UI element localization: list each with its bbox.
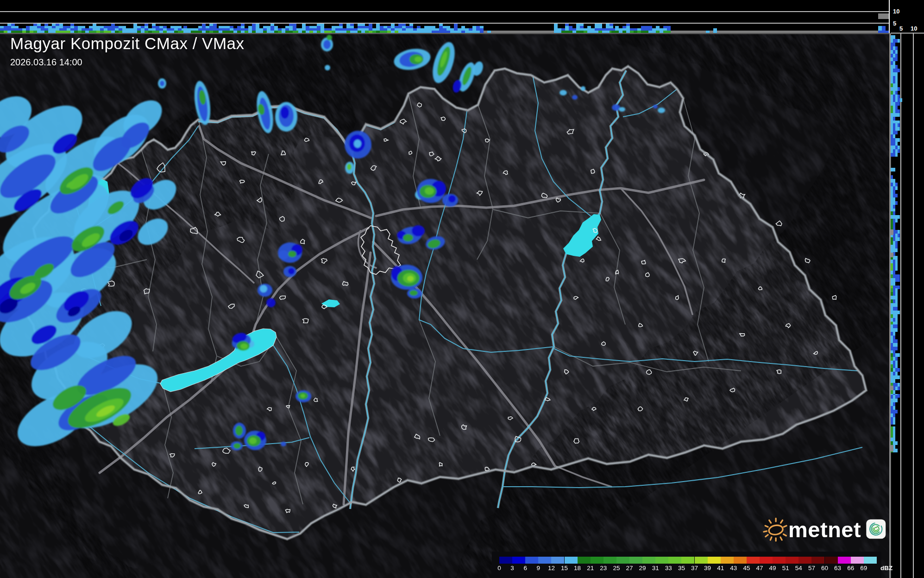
top-height-axis-label: 5 — [893, 20, 896, 27]
legend-tick-label: 60 — [821, 565, 828, 572]
legend-color-cell — [864, 557, 877, 564]
legend-tick-label: 69 — [860, 565, 867, 572]
legend-tick-label: 3 — [510, 565, 514, 572]
legend-tick-label: 66 — [847, 565, 854, 572]
legend-tick-label: 49 — [769, 565, 776, 572]
legend-color-cell — [616, 557, 629, 564]
legend-tick-label: 12 — [548, 565, 555, 572]
legend-tick-label: 33 — [665, 565, 672, 572]
legend-color-cell — [655, 557, 668, 564]
legend-color-cell — [695, 557, 708, 564]
legend-tick-label: 31 — [652, 565, 659, 572]
legend-tick-label: 18 — [574, 565, 581, 572]
legend-tick-label: 6 — [523, 565, 527, 572]
legend-tick-label: 39 — [704, 565, 711, 572]
legend-unit-label: dBZ — [880, 565, 893, 572]
legend-color-cell — [838, 557, 851, 564]
legend-tick-label: 25 — [613, 565, 620, 572]
legend-color-cell — [538, 557, 551, 564]
radar-composite-app: 105510 Magyar Kompozit CMax / VMax 2026.… — [0, 0, 924, 578]
legend-tick-label: 21 — [587, 565, 594, 572]
legend-color-cell — [603, 557, 616, 564]
legend-color-cell — [551, 557, 564, 564]
legend-tick-label: 9 — [537, 565, 541, 572]
legend-color-cell — [760, 557, 773, 564]
legend-tick-label: 35 — [678, 565, 685, 572]
legend-color-cell — [642, 557, 655, 564]
legend-tick-label: 0 — [497, 565, 501, 572]
legend-tick-label: 43 — [730, 565, 737, 572]
legend-color-cell — [734, 557, 747, 564]
legend-color-cell — [668, 557, 681, 564]
legend-tick-label: 27 — [626, 565, 633, 572]
legend-tick-label: 29 — [639, 565, 646, 572]
legend-color-cell — [681, 557, 694, 564]
legend-color-cell — [578, 557, 591, 564]
top-height-axis-label: 10 — [893, 8, 899, 15]
legend-tick-label: 41 — [717, 565, 724, 572]
legend-tick-label: 57 — [808, 565, 815, 572]
legend-color-cell — [512, 557, 525, 564]
legend-color-cell — [525, 557, 538, 564]
radar-scene: 105510 — [0, 0, 924, 578]
legend-tick-label: 45 — [743, 565, 750, 572]
legend-color-cell — [747, 557, 760, 564]
map-area — [0, 0, 924, 578]
legend-color-cell — [721, 557, 734, 564]
legend-tick-label: 15 — [561, 565, 568, 572]
legend-color-cell — [499, 557, 512, 564]
legend-tick-label: 51 — [782, 565, 789, 572]
legend-tick-label: 54 — [795, 565, 802, 572]
legend-color-cell — [591, 557, 603, 564]
legend-color-cell — [851, 557, 864, 564]
legend-color-cell — [811, 557, 824, 564]
legend-tick-label: 37 — [691, 565, 698, 572]
right-height-axis-label: 10 — [911, 25, 917, 32]
legend-color-cell — [708, 557, 721, 564]
legend-color-cell — [565, 557, 578, 564]
legend-color-cell — [629, 557, 642, 564]
legend-tick-label: 23 — [600, 565, 607, 572]
legend-color-cell — [825, 557, 838, 564]
legend-tick-label: 63 — [834, 565, 841, 572]
legend-color-cell — [773, 557, 786, 564]
legend-color-cell — [786, 557, 798, 564]
legend-color-cell — [798, 557, 811, 564]
legend-tick-label: 47 — [756, 565, 763, 572]
dbz-color-scale: 0369121518212325272931333537394143454749… — [492, 552, 881, 578]
right-height-axis-label: 5 — [899, 25, 903, 32]
